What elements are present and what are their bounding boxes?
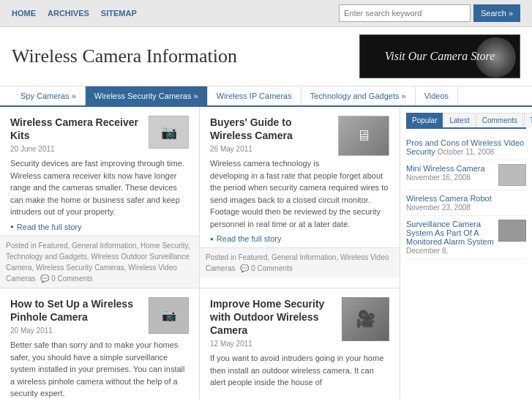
site-title: Wireless Camera Information (12, 45, 237, 67)
post-meta-text-2: Posted in Featured, General Information,… (206, 253, 389, 272)
nav-links: HOME ARCHIVES SITEMAP (12, 9, 137, 18)
sidebar-date-2: November 16, 2008 (406, 174, 471, 182)
read-more-2[interactable]: Read the full story (210, 234, 389, 243)
cat-wireless-ip[interactable]: Wireless IP Cameras (208, 86, 301, 105)
post-cell-1: 📷 Wireless Camera Receiver Kits 20 June … (0, 107, 200, 288)
post-thumb-1: 📷 (149, 116, 189, 149)
comment-count-1: 0 Comments (51, 275, 93, 283)
post-cell-4: 🎥 Improve Home Security with Outdoor Wir… (200, 288, 400, 399)
post-thumb-3: 📷 (149, 297, 189, 334)
post-text-2: Wireless camera technology is developing… (210, 157, 389, 230)
cat-wireless-security[interactable]: Wireless Security Cameras » (86, 86, 208, 105)
sidebar-link-2[interactable]: Mini Wireless Camera (406, 164, 485, 173)
post-meta-2: Posted in Featured, General Information,… (200, 247, 400, 277)
post-date-4: 12 May 2011 (210, 340, 389, 348)
sidebar-thumb-2 (498, 164, 526, 186)
nav-sitemap[interactable]: SITEMAP (101, 9, 137, 18)
sidebar-link-3[interactable]: Wireless Camera Robot (406, 194, 492, 203)
sidebar: Popular Latest Comments Tags Subscribe P… (400, 107, 532, 399)
post-cell-2: 🖥 Buyers' Guide to Wireless Camera 26 Ma… (200, 107, 400, 288)
cat-videos[interactable]: Videos (416, 86, 458, 105)
sidebar-tab-latest[interactable]: Latest (443, 113, 475, 127)
post-grid: 📷 Wireless Camera Receiver Kits 20 June … (0, 107, 400, 399)
post-text-3: Better safe than sorry and to make your … (10, 339, 189, 399)
sidebar-link-4[interactable]: Surveillance Camera System As Part Of A … (406, 220, 494, 246)
sidebar-item-2: Mini Wireless Camera November 16, 2008 (406, 160, 526, 190)
search-button[interactable]: Search » (473, 4, 520, 22)
sidebar-date-3: November 23, 2008 (406, 204, 471, 212)
search-area: Search » (339, 4, 520, 22)
category-navigation: Spy Cameras » Wireless Security Cameras … (0, 86, 532, 107)
sidebar-date-4: December 8, (406, 247, 448, 255)
comment-count-2: 0 Comments (251, 264, 293, 272)
cat-technology[interactable]: Technology and Gadgets » (301, 86, 416, 105)
post-thumb-2: 🖥 (338, 116, 389, 156)
sidebar-thumb-4 (498, 220, 526, 242)
post-cell-3: 📷 How to Set Up a Wireless Pinhole Camer… (0, 288, 200, 399)
post-thumb-4: 🎥 (342, 297, 389, 341)
sidebar-tab-tags[interactable]: Tags (524, 113, 532, 127)
read-more-1[interactable]: Read the full story (10, 223, 189, 231)
post-text-1: Security devices are fast improving thro… (10, 157, 189, 218)
site-header: Wireless Camera Information Visit Our Ca… (0, 27, 532, 86)
post-text-4: If you want to avoid intruders going in … (210, 352, 389, 389)
post-meta-1: Posted in Featured, General Information,… (0, 236, 199, 288)
nav-archives[interactable]: ARCHIVES (48, 9, 89, 18)
post-meta-text-1: Posted in Featured, General Information,… (6, 242, 190, 283)
content-area: 📷 Wireless Camera Receiver Kits 20 June … (0, 107, 400, 399)
main-area: 📷 Wireless Camera Receiver Kits 20 June … (0, 107, 532, 399)
sidebar-tab-comments[interactable]: Comments (476, 113, 523, 127)
top-navigation: HOME ARCHIVES SITEMAP Search » (0, 0, 532, 27)
sidebar-item-1: Pros and Cons of Wireless Video Security… (406, 135, 526, 160)
nav-home[interactable]: HOME (12, 9, 36, 18)
sidebar-item-3: Wireless Camera Robot November 23, 2008 (406, 190, 526, 216)
sidebar-date-1: October 11, 2008 (438, 148, 494, 156)
sidebar-item-4: Surveillance Camera System As Part Of A … (406, 216, 526, 259)
sidebar-tabs: Popular Latest Comments Tags Subscribe (406, 113, 526, 129)
sidebar-tab-popular[interactable]: Popular (406, 113, 443, 127)
banner-text: Visit Our Camera Store (385, 49, 495, 64)
banner[interactable]: Visit Our Camera Store (359, 34, 520, 78)
search-input[interactable] (339, 4, 471, 22)
cat-spy-cameras[interactable]: Spy Cameras » (12, 86, 86, 105)
